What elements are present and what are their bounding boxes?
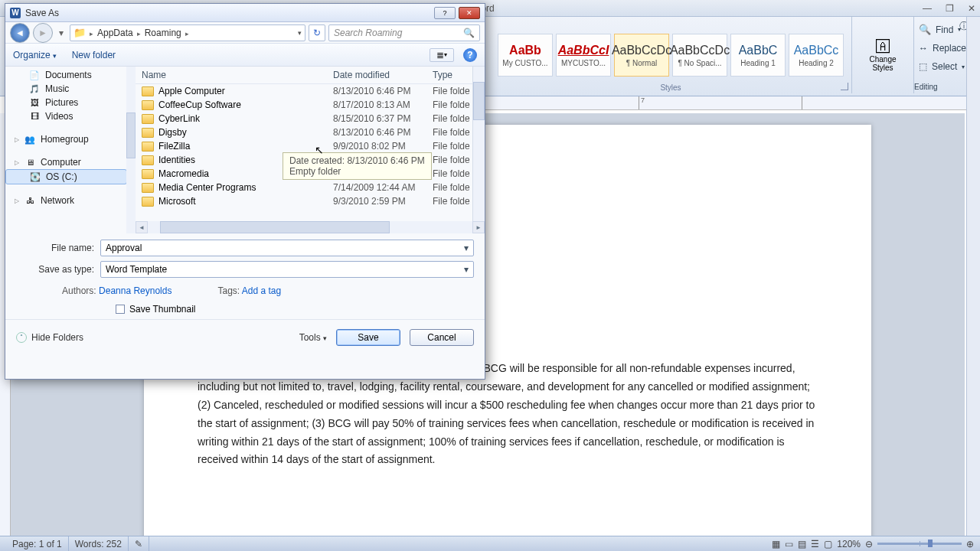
view-web-icon[interactable]: ▤: [798, 539, 806, 549]
nav-videos[interactable]: 🎞Videos: [5, 109, 127, 123]
search-input[interactable]: Search Roaming 🔍: [328, 24, 480, 41]
zoom-in-button[interactable]: ⊕: [966, 539, 974, 549]
status-page[interactable]: Page: 1 of 1: [6, 536, 69, 551]
pictures-icon: 🖼: [28, 97, 41, 108]
dialog-help-icon[interactable]: ?: [434, 7, 456, 19]
style-item[interactable]: AaBbCcDc¶ Normal: [614, 34, 669, 77]
authors-link[interactable]: Deanna Reynolds: [99, 285, 172, 296]
style-item[interactable]: AaBbCcHeading 2: [789, 34, 844, 77]
breadcrumb-segment[interactable]: AppData: [97, 28, 133, 38]
folder-icon: [142, 114, 154, 124]
nav-drive-c[interactable]: 💽OS (C:): [5, 169, 127, 184]
style-item[interactable]: AaBbCHeading 1: [730, 34, 786, 77]
style-item[interactable]: AaBbCcIMYCUSTO...: [556, 34, 611, 77]
refresh-button[interactable]: ↻: [309, 24, 325, 41]
col-date[interactable]: Date modified: [333, 70, 433, 80]
nav-homegroup[interactable]: ▷👥Homegroup: [5, 132, 127, 146]
tags-label: Tags:: [217, 285, 240, 296]
change-styles-group[interactable]: 🄰 Change Styles: [852, 17, 914, 93]
save-thumbnail-checkbox[interactable]: [116, 305, 125, 314]
drive-icon: 💽: [29, 171, 41, 182]
organize-menu[interactable]: Organize: [13, 50, 57, 60]
dialog-toolbar: Organize New folder ≣ ▾ ?: [5, 44, 485, 67]
file-row[interactable]: Digsby8/13/2010 6:46 PMFile folde: [136, 126, 485, 139]
col-name[interactable]: Name: [142, 70, 333, 80]
new-folder-button[interactable]: New folder: [72, 50, 116, 60]
save-as-dialog: W Save As ? ✕ ◄ ► ▾ 📁 AppData Roaming ▾ …: [5, 3, 485, 380]
documents-icon: 📄: [28, 70, 41, 80]
address-dropdown[interactable]: ▾: [298, 29, 302, 37]
computer-icon: 🖥: [24, 157, 36, 168]
find-button[interactable]: 🔍Find ▾: [919, 21, 961, 37]
chevron-down-icon[interactable]: ▾: [464, 243, 469, 253]
view-print-layout-icon[interactable]: ▦: [772, 539, 780, 549]
save-thumbnail-label[interactable]: Save Thumbnail: [129, 304, 196, 315]
restore-icon[interactable]: ❐: [946, 3, 954, 14]
hide-folders-button[interactable]: ˄ Hide Folders: [16, 332, 83, 343]
view-fullscreen-icon[interactable]: ▭: [785, 539, 793, 549]
nav-network[interactable]: ▷🖧Network: [5, 194, 127, 207]
styles-gallery[interactable]: AaBbMy CUSTO...AaBbCcIMYCUSTO...AaBbCcDc…: [490, 17, 852, 93]
close-icon[interactable]: ✕: [968, 3, 975, 14]
tags-link[interactable]: Add a tag: [242, 285, 281, 296]
nav-computer[interactable]: ▷🖥Computer: [5, 155, 127, 169]
style-item[interactable]: AaBbMy CUSTO...: [498, 34, 553, 77]
folder-icon: [142, 155, 154, 165]
file-row[interactable]: FileZilla9/9/2010 8:02 PMFile folde: [136, 139, 485, 153]
save-button[interactable]: Save: [336, 329, 400, 346]
vertical-scrollbar[interactable]: [966, 17, 980, 536]
col-type[interactable]: Type: [433, 70, 479, 80]
file-row[interactable]: Microsoft9/3/2010 2:59 PMFile folde: [136, 194, 485, 208]
nav-back-button[interactable]: ◄: [10, 23, 30, 43]
zoom-level[interactable]: 120%: [837, 539, 861, 549]
savetype-label: Save as type:: [16, 264, 100, 275]
search-icon[interactable]: 🔍: [463, 28, 475, 38]
address-bar-row: ◄ ► ▾ 📁 AppData Roaming ▾ ↻ Search Roami…: [5, 22, 485, 44]
folder-icon: [142, 86, 154, 96]
select-button[interactable]: ⬚Select ▾: [919, 59, 965, 74]
file-list-header[interactable]: Name Date modified Type: [136, 67, 485, 84]
filelist-horizontal-scrollbar[interactable]: ◄►: [136, 221, 485, 233]
folder-icon: [142, 183, 154, 193]
address-bar[interactable]: 📁 AppData Roaming ▾: [70, 24, 305, 41]
view-options[interactable]: ≣ ▾: [430, 48, 454, 62]
replace-button[interactable]: ↔Replace: [919, 41, 966, 56]
chevron-down-icon[interactable]: ▾: [464, 264, 469, 275]
filelist-vertical-scrollbar[interactable]: [472, 67, 485, 221]
view-draft-icon[interactable]: ▢: [824, 539, 832, 549]
file-row[interactable]: Apple Computer8/13/2010 6:46 PMFile fold…: [136, 84, 485, 98]
file-row[interactable]: Media Center Programs7/14/2009 12:44 AMF…: [136, 181, 485, 194]
dialog-title: Save As: [25, 8, 59, 18]
file-row[interactable]: CoffeeCup Software8/17/2010 8:13 AMFile …: [136, 98, 485, 112]
breadcrumb-segment[interactable]: Roaming: [145, 28, 181, 38]
dialog-help-button[interactable]: ?: [463, 48, 477, 62]
minimize-icon[interactable]: —: [923, 3, 932, 14]
dialog-titlebar[interactable]: W Save As ? ✕: [5, 4, 485, 22]
change-styles-icon: 🄰: [876, 39, 890, 55]
nav-pictures[interactable]: 🖼Pictures: [5, 96, 127, 109]
file-row[interactable]: CyberLink8/15/2010 6:37 PMFile folde: [136, 112, 485, 126]
style-item[interactable]: AaBbCcDc¶ No Spaci...: [672, 34, 727, 77]
status-words[interactable]: Words: 252: [69, 536, 129, 551]
tools-menu[interactable]: Tools ▾: [299, 332, 327, 343]
zoom-slider[interactable]: [877, 543, 962, 545]
view-outline-icon[interactable]: ☰: [811, 539, 819, 549]
file-list[interactable]: Name Date modified Type Apple Computer8/…: [136, 67, 485, 233]
dialog-close-icon[interactable]: ✕: [459, 7, 480, 19]
save-form: File name: Approval▾ Save as type: Word …: [5, 233, 485, 319]
savetype-select[interactable]: Word Template▾: [100, 261, 474, 278]
filename-label: File name:: [16, 243, 100, 253]
styles-dialog-launcher[interactable]: [841, 83, 848, 90]
nav-history-dropdown[interactable]: ▾: [56, 28, 67, 38]
cancel-button[interactable]: Cancel: [410, 329, 474, 346]
folder-icon: [142, 197, 154, 207]
navpane-scrollbar[interactable]: [126, 67, 136, 233]
proofing-icon[interactable]: ✎: [129, 536, 149, 551]
filename-input[interactable]: Approval▾: [100, 240, 474, 256]
folder-icon: [142, 142, 154, 152]
nav-forward-button[interactable]: ►: [33, 23, 53, 43]
nav-music[interactable]: 🎵Music: [5, 82, 127, 96]
zoom-out-button[interactable]: ⊖: [865, 539, 873, 549]
navigation-pane[interactable]: 📄Documents 🎵Music 🖼Pictures 🎞Videos ▷👥Ho…: [5, 67, 128, 209]
nav-documents[interactable]: 📄Documents: [5, 68, 127, 82]
